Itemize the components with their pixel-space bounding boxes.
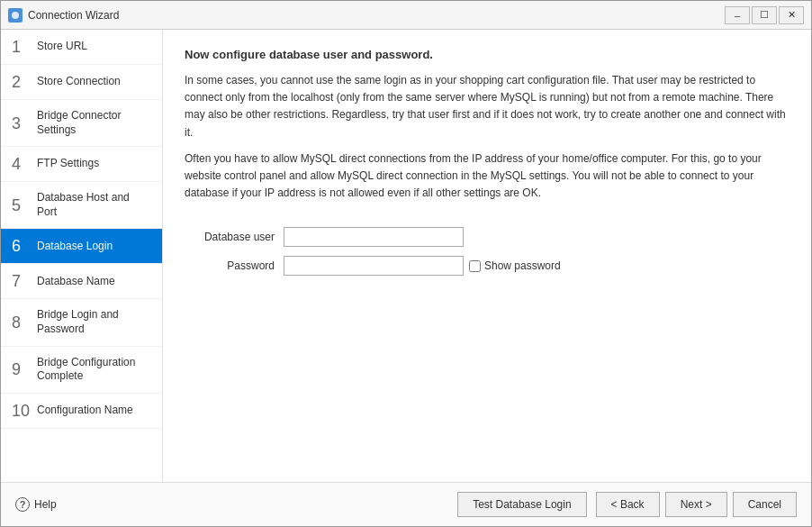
sidebar-item-9[interactable]: 9Bridge Configuration Complete	[1, 347, 162, 394]
sidebar-item-1[interactable]: 1Store URL	[1, 30, 162, 65]
help-link[interactable]: ? Help	[15, 497, 57, 512]
help-label: Help	[34, 498, 57, 511]
title-bar-left: Connection Wizard	[8, 8, 119, 23]
title-bar-controls: – ☐ ✕	[725, 6, 804, 24]
sidebar-item-3[interactable]: 3Bridge Connector Settings	[1, 100, 162, 147]
sidebar-item-5[interactable]: 5Database Host and Port	[1, 182, 162, 229]
title-bar: Connection Wizard – ☐ ✕	[1, 1, 811, 30]
help-icon: ?	[15, 497, 30, 512]
step-label-1: Store URL	[37, 40, 87, 54]
sidebar-item-8[interactable]: 8Bridge Login and Password	[1, 299, 162, 346]
form-area: Database user Password Show password	[185, 227, 789, 285]
step-num-6: 6	[12, 238, 37, 254]
step-label-7: Database Name	[37, 275, 115, 289]
step-num-7: 7	[12, 273, 37, 289]
sidebar-item-10[interactable]: 10Configuration Name	[1, 394, 162, 429]
nav-buttons: < Back Next > Cancel	[596, 492, 797, 517]
step-num-4: 4	[12, 156, 37, 172]
step-label-9: Bridge Configuration Complete	[37, 356, 151, 384]
step-num-10: 10	[12, 403, 37, 419]
step-num-8: 8	[12, 314, 37, 331]
step-num-5: 5	[12, 197, 37, 214]
db-user-row: Database user	[185, 227, 789, 247]
step-label-2: Store Connection	[37, 75, 121, 89]
step-label-3: Bridge Connector Settings	[37, 109, 151, 137]
minimize-button[interactable]: –	[725, 6, 750, 24]
main-content: Now configure database user and password…	[163, 30, 811, 482]
sidebar-item-2[interactable]: 2Store Connection	[1, 65, 162, 100]
test-database-login-button[interactable]: Test Database Login	[457, 492, 586, 517]
back-button[interactable]: < Back	[596, 492, 660, 517]
close-button[interactable]: ✕	[779, 6, 804, 24]
show-password-area: Show password	[469, 259, 561, 272]
show-password-label: Show password	[484, 259, 561, 272]
content-area: 1Store URL2Store Connection3Bridge Conne…	[1, 30, 811, 482]
description-2: Often you have to allow MySQL direct con…	[185, 150, 789, 203]
password-row: Password Show password	[185, 256, 789, 276]
password-input[interactable]	[284, 256, 464, 276]
sidebar-item-4[interactable]: 4FTP Settings	[1, 147, 162, 182]
step-num-1: 1	[12, 39, 37, 55]
next-button[interactable]: Next >	[665, 492, 727, 517]
window-title: Connection Wizard	[28, 9, 119, 22]
db-user-input[interactable]	[284, 227, 464, 247]
main-title: Now configure database user and password…	[185, 48, 789, 61]
maximize-button[interactable]: ☐	[752, 6, 777, 24]
password-label: Password	[185, 259, 284, 272]
step-label-4: FTP Settings	[37, 157, 99, 171]
main-window: Connection Wizard – ☐ ✕ 1Store URL2Store…	[0, 0, 812, 527]
sidebar: 1Store URL2Store Connection3Bridge Conne…	[1, 30, 163, 482]
step-label-8: Bridge Login and Password	[37, 308, 151, 336]
step-label-10: Configuration Name	[37, 404, 133, 418]
description-1: In some cases, you cannot use the same l…	[185, 72, 789, 141]
show-password-checkbox[interactable]	[469, 260, 481, 272]
step-num-2: 2	[12, 74, 37, 90]
step-num-3: 3	[12, 115, 37, 132]
sidebar-item-6[interactable]: 6Database Login	[1, 229, 162, 264]
cancel-button[interactable]: Cancel	[733, 492, 797, 517]
bottom-actions: Test Database Login < Back Next > Cancel	[457, 492, 797, 517]
svg-point-0	[12, 12, 19, 19]
wizard-icon	[8, 8, 23, 23]
step-num-9: 9	[12, 361, 37, 377]
db-user-label: Database user	[185, 231, 284, 243]
sidebar-item-7[interactable]: 7Database Name	[1, 264, 162, 299]
step-label-6: Database Login	[37, 240, 113, 254]
step-label-5: Database Host and Port	[37, 191, 151, 219]
bottom-bar: ? Help Test Database Login < Back Next >…	[1, 482, 811, 526]
